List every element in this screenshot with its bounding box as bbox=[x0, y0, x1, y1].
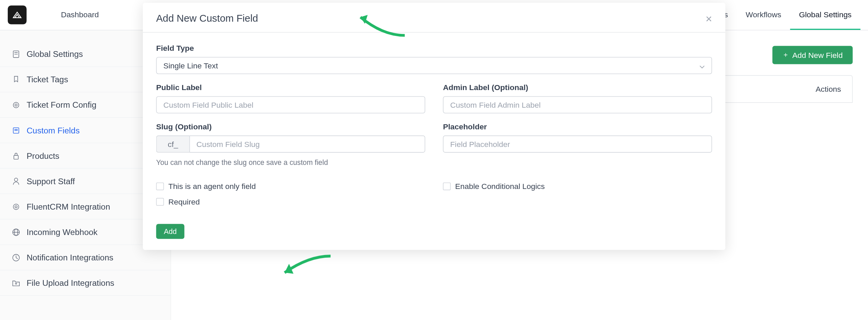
modal-footer: Add bbox=[143, 224, 725, 250]
modal-title: Add New Custom Field bbox=[156, 13, 258, 24]
admin-label-input[interactable] bbox=[443, 96, 712, 113]
required-label: Required bbox=[168, 197, 200, 206]
slug-helper-text: You can not change the slug once save a … bbox=[156, 158, 426, 166]
modal-body: Field Type Single Line Text Public Label bbox=[143, 33, 725, 224]
slug-label: Slug (Optional) bbox=[156, 122, 426, 131]
conditional-logics-label: Enable Conditional Logics bbox=[455, 182, 545, 191]
public-label-label: Public Label bbox=[156, 83, 426, 92]
field-type-label: Field Type bbox=[156, 44, 712, 52]
placeholder-label: Placeholder bbox=[443, 122, 712, 131]
placeholder-input[interactable] bbox=[443, 135, 712, 153]
field-type-value: Single Line Text bbox=[163, 61, 218, 70]
add-button[interactable]: Add bbox=[156, 224, 185, 239]
admin-label-label: Admin Label (Optional) bbox=[443, 83, 712, 92]
public-label-input[interactable] bbox=[156, 96, 426, 113]
annotation-arrow-add bbox=[278, 252, 333, 280]
modal-header: Add New Custom Field × bbox=[143, 3, 725, 33]
close-icon[interactable]: × bbox=[706, 13, 712, 24]
add-custom-field-modal: Add New Custom Field × Field Type Single… bbox=[143, 3, 725, 250]
agent-only-label: This is an agent only field bbox=[168, 182, 256, 191]
required-checkbox[interactable] bbox=[156, 198, 164, 206]
conditional-logics-checkbox[interactable] bbox=[443, 183, 451, 190]
field-type-select[interactable]: Single Line Text bbox=[156, 57, 712, 74]
modal-overlay: Add New Custom Field × Field Type Single… bbox=[0, 0, 868, 320]
chevron-down-icon bbox=[699, 61, 705, 70]
slug-input[interactable] bbox=[189, 135, 425, 153]
slug-prefix: cf_ bbox=[156, 135, 189, 153]
agent-only-checkbox[interactable] bbox=[156, 183, 164, 190]
